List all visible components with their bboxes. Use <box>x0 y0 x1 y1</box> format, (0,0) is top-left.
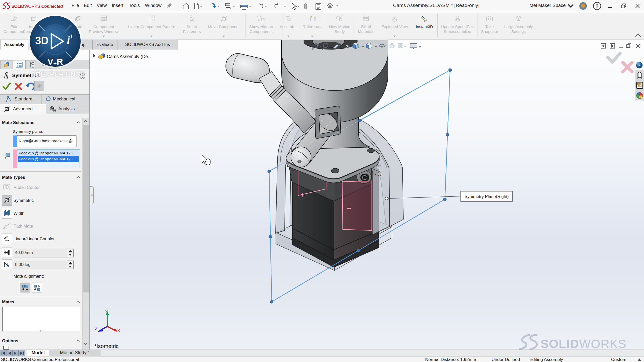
svg-text:X: X <box>117 328 120 333</box>
svg-text:i: i <box>67 35 70 46</box>
svg-text:?: ? <box>596 3 599 9</box>
svg-text:Symmetry Plane(Right): Symmetry Plane(Right) <box>465 194 509 199</box>
svg-text:Y: Y <box>105 310 108 315</box>
svg-text:Cams Assembly (De...: Cams Assembly (De... <box>107 54 152 59</box>
svg-text:SOLIDWORKS: SOLIDWORKS <box>541 337 626 350</box>
svg-text:*Isometric: *Isometric <box>94 343 118 349</box>
svg-text:SOLIDWORKS Connected: SOLIDWORKS Connected <box>11 4 63 9</box>
svg-text:Z: Z <box>95 326 97 331</box>
svg-text:3D: 3D <box>35 35 48 46</box>
